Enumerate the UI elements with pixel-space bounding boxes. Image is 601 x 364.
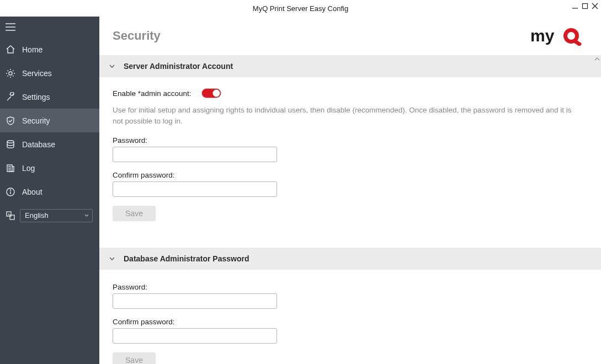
language-selected: English	[25, 211, 49, 220]
svg-point-8	[7, 140, 14, 142]
brand-logo: my	[530, 26, 588, 46]
sidebar-item-label: Settings	[22, 93, 50, 101]
hamburger-button[interactable]	[0, 17, 99, 38]
svg-point-15	[10, 189, 10, 190]
scroll-up-icon	[593, 55, 601, 63]
home-icon	[6, 45, 15, 55]
svg-text:A: A	[8, 212, 10, 216]
svg-point-7	[9, 72, 12, 75]
toggle-knob	[212, 89, 220, 97]
section-body-db-admin: Password: Confirm password: Save	[99, 270, 601, 364]
server-admin-save-button[interactable]: Save	[113, 206, 156, 221]
sidebar-item-label: Log	[22, 164, 35, 173]
server-admin-password-input[interactable]	[113, 147, 277, 162]
db-admin-password-input[interactable]	[113, 293, 277, 309]
sidebar-item-home[interactable]: Home	[0, 38, 99, 61]
gear-icon	[6, 68, 15, 78]
enable-admin-label: Enable *admin account:	[113, 89, 192, 98]
db-confirm-password-label: Confirm password:	[113, 318, 588, 326]
section-title: Database Administrator Password	[124, 254, 249, 263]
db-admin-save-button[interactable]: Save	[113, 352, 156, 364]
sidebar-item-services[interactable]: Services	[0, 61, 99, 85]
sidebar: Home Services Settings Security	[0, 17, 99, 364]
chevron-down-icon	[84, 211, 89, 220]
db-admin-confirm-input[interactable]	[113, 328, 277, 344]
language-icon: A	[6, 211, 15, 221]
minimize-button[interactable]	[571, 2, 579, 10]
chevron-down-icon	[108, 255, 116, 263]
enable-admin-toggle[interactable]	[201, 88, 221, 98]
sidebar-item-security[interactable]: Security	[0, 109, 99, 132]
chevron-down-icon	[108, 62, 116, 70]
close-button[interactable]	[591, 2, 599, 10]
svg-rect-1	[583, 4, 588, 9]
sidebar-item-label: About	[22, 188, 42, 196]
server-admin-confirm-input[interactable]	[113, 181, 277, 197]
title-bar: MyQ Print Server Easy Config	[0, 0, 601, 17]
confirm-password-label: Confirm password:	[113, 171, 588, 179]
section-title: Server Administrator Account	[124, 62, 233, 71]
sidebar-item-label: Services	[22, 69, 52, 78]
sidebar-item-label: Database	[22, 140, 55, 149]
page-title: Security	[113, 29, 161, 43]
scrollbar[interactable]	[593, 55, 601, 364]
language-select[interactable]: English	[20, 209, 93, 222]
svg-point-21	[567, 32, 575, 40]
sidebar-item-log[interactable]: Log	[0, 156, 99, 180]
sidebar-item-label: Home	[22, 45, 42, 54]
menu-icon	[6, 23, 15, 31]
shield-icon	[6, 116, 15, 126]
sidebar-item-about[interactable]: About	[0, 180, 99, 204]
sidebar-item-database[interactable]: Database	[0, 132, 99, 156]
info-icon	[6, 187, 15, 197]
svg-rect-17	[10, 215, 14, 220]
maximize-button[interactable]	[581, 2, 589, 10]
password-label: Password:	[113, 136, 588, 144]
tools-icon	[6, 92, 15, 102]
sidebar-item-label: Security	[22, 116, 50, 125]
log-icon	[6, 163, 15, 173]
window-title: MyQ Print Server Easy Config	[253, 4, 348, 13]
database-icon	[6, 140, 15, 149]
section-header-db-admin[interactable]: Database Administrator Password	[99, 248, 601, 270]
svg-text:my: my	[530, 26, 555, 45]
db-password-label: Password:	[113, 283, 588, 291]
sidebar-item-settings[interactable]: Settings	[0, 85, 99, 109]
enable-admin-help: Use for initial setup and assigning righ…	[113, 105, 576, 126]
section-body-server-admin: Enable *admin account: Use for initial s…	[99, 77, 601, 237]
section-header-server-admin[interactable]: Server Administrator Account	[99, 55, 601, 77]
